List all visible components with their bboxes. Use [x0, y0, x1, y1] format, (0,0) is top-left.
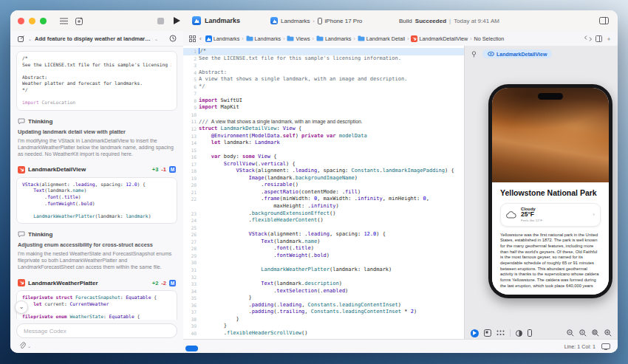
stop-button[interactable] [154, 14, 167, 27]
breadcrumb-item[interactable]: Landmark Detail [358, 35, 405, 42]
line-number[interactable]: 16 [183, 154, 199, 161]
code-line[interactable]: 23 .backgroundExtensionEffect() [183, 210, 464, 218]
code-line[interactable]: 35 } [183, 295, 464, 302]
line-number[interactable]: 22 [183, 196, 199, 203]
minimize-button[interactable] [29, 18, 35, 24]
zoom-actual-size-icon[interactable] [579, 329, 587, 337]
line-number[interactable]: 26 [183, 231, 199, 238]
line-number[interactable]: 23 [183, 210, 199, 218]
code-line[interactable]: 16 var body: some View { [183, 154, 464, 161]
code-line[interactable]: 5A view that shows a single landmark, wi… [183, 76, 464, 83]
activity-status[interactable]: Build Succeeded | Today at 9:41 AM [399, 18, 499, 24]
scheme-selector[interactable]: Landmarks › iPhone 17 Pro [270, 17, 362, 24]
breadcrumb-item[interactable]: Views [287, 35, 310, 42]
code-line[interactable]: 15 [183, 147, 464, 154]
line-number[interactable]: 37 [183, 309, 199, 316]
code-line[interactable]: 7 [183, 90, 464, 97]
pin-icon[interactable] [471, 51, 477, 58]
assistant-conversation[interactable]: /*See the LICENSE.txt file for this samp… [10, 47, 183, 320]
diff-code-block-2[interactable]: fileprivate struct ForecastSnapshot: Equ… [16, 290, 177, 319]
code-line[interactable]: 14 let landmark: Landmark [183, 140, 464, 147]
line-number[interactable]: 31 [183, 267, 199, 274]
line-number[interactable]: 24 [183, 217, 199, 224]
code-line[interactable]: 19 Image(landmark.backgroundImageName) [183, 175, 464, 182]
code-line[interactable]: 25 [183, 224, 464, 232]
device-settings-icon[interactable] [528, 329, 532, 337]
code-line[interactable]: 28 .font(.title) [183, 245, 464, 253]
line-number[interactable]: 2 [183, 55, 199, 63]
code-line[interactable]: 40 .flexibleHeaderScrollView() [183, 330, 464, 337]
breadcrumb-item[interactable]: Landmarks [316, 35, 352, 42]
color-scheme-icon[interactable] [516, 330, 522, 337]
editor-display-icon[interactable] [601, 343, 610, 350]
code-line[interactable]: 27 Text(landmark.name) [183, 238, 464, 246]
line-number[interactable]: 30 [183, 259, 199, 267]
file-change-header-1[interactable]: LandmarkDetailView +3 -1 M [18, 166, 176, 174]
code-line[interactable]: 17 ScrollView(.vertical) { [183, 161, 464, 168]
code-line[interactable]: 26 VStack(alignment: .leading, spacing: … [183, 231, 464, 238]
line-number[interactable]: 6 [183, 83, 199, 91]
paperclip-icon[interactable] [19, 342, 26, 349]
code-line[interactable]: 11/// A view that shows a single landmar… [183, 118, 464, 126]
code-line[interactable]: 12struct LandmarkDetailView: View { [183, 126, 464, 133]
code-line[interactable]: maxHeight: .infinity) [183, 203, 464, 210]
breadcrumb-item[interactable]: Landmarks [205, 35, 240, 42]
line-number[interactable]: 11 [183, 118, 199, 126]
code-line[interactable]: 10 [183, 111, 464, 119]
code-line[interactable]: 2See the LICENSE.txt file for this sampl… [183, 55, 464, 63]
line-number[interactable]: 40 [183, 330, 199, 337]
code-line[interactable]: 4Abstract: [183, 69, 464, 77]
code-line[interactable]: 18 VStack(alignment: .leading, spacing: … [183, 168, 464, 175]
variants-grid-icon[interactable] [496, 330, 505, 336]
line-number[interactable]: 3 [183, 62, 199, 69]
inspector-toggle-icon[interactable] [597, 14, 610, 27]
related-items-icon[interactable] [189, 35, 196, 42]
breadcrumb-item[interactable]: LandmarkDetailView [411, 35, 468, 42]
line-number[interactable]: 18 [183, 168, 199, 175]
line-number[interactable]: 29 [183, 253, 199, 260]
code-line[interactable]: 30 [183, 259, 464, 267]
line-number[interactable]: 13 [183, 133, 199, 140]
chevron-down-icon[interactable]: ⌄ [28, 36, 32, 41]
line-number[interactable]: 8 [183, 97, 199, 105]
code-line[interactable]: 29 .fontWeight(.bold) [183, 253, 464, 260]
line-number[interactable]: 15 [183, 147, 199, 154]
code-line[interactable]: 22 .frame(minWidth: 0, maxWidth: .infini… [183, 196, 464, 203]
code-line[interactable]: 13 @Environment(ModelData.self) private … [183, 133, 464, 140]
code-line[interactable]: 20 .resizable() [183, 182, 464, 189]
code-line[interactable]: 1/* [183, 48, 464, 55]
breadcrumb-item[interactable]: Landmarks [246, 35, 281, 42]
line-number[interactable]: 20 [183, 182, 199, 189]
line-number[interactable]: 7 [183, 90, 199, 97]
line-number[interactable]: 12 [183, 126, 199, 133]
assistant-compose-icon[interactable] [73, 14, 86, 27]
line-number[interactable]: 14 [183, 140, 199, 147]
line-number[interactable]: 33 [183, 281, 199, 288]
breadcrumb-item[interactable]: No Selection [474, 35, 505, 42]
zoom-out-icon[interactable] [567, 329, 574, 337]
navigator-toggle-icon[interactable] [57, 14, 70, 27]
line-number[interactable]: 38 [183, 316, 199, 323]
line-number[interactable]: 10 [183, 111, 199, 119]
line-number[interactable]: 39 [183, 323, 199, 330]
activity-chip[interactable] [185, 346, 198, 351]
chevron-down-icon[interactable]: ⌄ [27, 343, 31, 348]
code-line[interactable]: 9import MapKit [183, 104, 464, 111]
code-line[interactable]: 31 LandmarkWeatherPlatter(landmark: land… [183, 267, 464, 274]
code-line[interactable]: 6*/ [183, 83, 464, 91]
code-review-icon[interactable] [584, 35, 592, 41]
file-change-header-2[interactable]: LandmarkWeatherPlatter +2 -2 M [18, 279, 176, 286]
code-line[interactable]: 8import SwiftUI [183, 97, 464, 105]
line-number[interactable]: 27 [183, 238, 199, 246]
code-line[interactable]: 32 [183, 274, 464, 281]
code-line[interactable]: 37 .padding(.trailing, Constants.leading… [183, 309, 464, 316]
line-number[interactable]: 34 [183, 288, 199, 295]
line-number[interactable]: 9 [183, 104, 199, 111]
context-code-block[interactable]: /*See the LICENSE.txt file for this samp… [16, 51, 177, 111]
line-number[interactable]: 36 [183, 302, 199, 309]
code-line[interactable]: 38 } [183, 316, 464, 323]
line-number[interactable]: 32 [183, 274, 199, 281]
minimap-icon[interactable] [595, 35, 602, 42]
line-number[interactable]: 21 [183, 189, 199, 196]
line-number[interactable]: 28 [183, 245, 199, 253]
